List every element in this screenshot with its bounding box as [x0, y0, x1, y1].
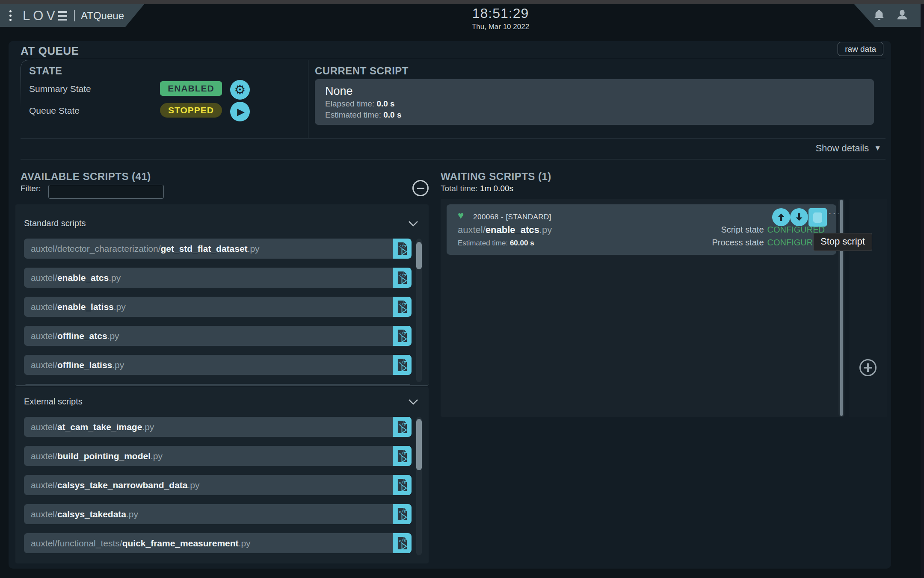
filter-input[interactable] — [48, 185, 164, 199]
script-row[interactable]: auxtel/build_pointing_model.py </> — [24, 446, 412, 466]
waiting-script-card[interactable]: ♥ 200068 - [STANDARD] ··· — [447, 204, 836, 255]
current-script-name: None — [325, 84, 864, 98]
chevron-down-icon[interactable] — [408, 399, 418, 407]
launch-script-button[interactable]: </> — [393, 504, 412, 524]
script-file-name: calsys_take_narrowband_data — [57, 480, 188, 490]
script-path: auxtel/enable_latiss.py — [24, 297, 393, 317]
script-path: auxtel/build_pointing_model.py — [24, 446, 393, 466]
script-path-prefix: auxtel/detector_characterization/ — [31, 244, 161, 254]
expand-column-button[interactable] — [859, 359, 877, 376]
script-row[interactable]: auxtel/offline_atcs.py </> — [24, 326, 412, 346]
launch-script-button[interactable]: </> — [393, 446, 412, 466]
love-logo: LOV — [23, 8, 58, 24]
launch-script-icon: </> — [397, 329, 408, 342]
script-row[interactable]: auxtel/at_cam_take_image.py </> — [24, 417, 412, 437]
chevron-down-icon: ▼ — [874, 144, 881, 153]
script-row[interactable]: auxtel/calsys_takedata.py </> — [24, 504, 412, 524]
stop-script-button[interactable] — [808, 208, 827, 227]
launch-script-button[interactable]: </> — [393, 533, 412, 553]
summary-state-label: Summary State — [29, 84, 91, 94]
collapse-available-button[interactable] — [412, 180, 429, 196]
logo-divider — [74, 10, 75, 21]
launch-script-button[interactable]: </> — [393, 355, 412, 375]
queue-state-label: Queue State — [29, 106, 80, 116]
script-path-prefix: auxtel/ — [31, 302, 57, 312]
launch-script-button[interactable]: </> — [393, 297, 412, 317]
script-file-name: quick_frame_measurement — [122, 538, 239, 549]
header-clock: 18:51:29 Thu, Mar 10 2022 — [462, 6, 539, 31]
total-time-line: Total time: 1m 0.00s — [441, 184, 513, 193]
chevron-down-icon[interactable] — [408, 221, 418, 229]
arrow-up-icon — [776, 212, 786, 222]
script-file-name: calsys_takedata — [57, 509, 126, 519]
stop-script-tooltip: Stop script — [813, 233, 872, 251]
script-path-prefix: auxtel/ — [31, 360, 57, 370]
script-state-label: Script state — [721, 225, 764, 234]
script-path-prefix: auxtel/ — [31, 509, 57, 519]
standard-scripts-label: Standard scripts — [24, 218, 86, 228]
move-script-down-button[interactable] — [790, 208, 808, 226]
script-type-badge: [STANDARD] — [506, 213, 551, 221]
move-script-up-button[interactable] — [772, 208, 790, 226]
waiting-list-scrollbar[interactable] — [838, 199, 844, 417]
page-title: AT QUEUE — [21, 44, 79, 58]
script-path: auxtel/offline_latiss.py — [24, 355, 393, 375]
script-path-prefix: auxtel/ — [31, 422, 57, 432]
script-extension: .py — [126, 509, 138, 519]
launch-script-button[interactable]: </> — [393, 239, 412, 259]
scrollbar-thumb[interactable] — [840, 200, 843, 416]
svg-text:</>: </> — [398, 422, 406, 427]
script-row[interactable]: auxtel/offline_latiss.py </> — [24, 355, 412, 375]
love-logo-e-icon — [58, 11, 67, 21]
script-extension: .py — [239, 538, 251, 549]
show-details-toggle[interactable]: Show details ▼ — [815, 143, 881, 154]
script-file-name: enable_atcs — [57, 273, 109, 283]
launch-script-button[interactable]: </> — [393, 268, 412, 288]
script-extension: .py — [109, 273, 121, 283]
script-file-name: offline_atcs — [57, 331, 107, 341]
launch-script-button[interactable]: </> — [393, 326, 412, 346]
script-row[interactable]: auxtel/enable_latiss.py </> — [24, 297, 412, 317]
launch-script-icon: </> — [397, 420, 408, 434]
script-path-prefix: auxtel/ — [31, 331, 57, 341]
launch-script-icon: </> — [397, 300, 408, 313]
script-extension: .py — [151, 451, 163, 461]
launch-script-button[interactable]: </> — [393, 417, 412, 437]
kebab-menu-icon[interactable] — [9, 10, 12, 21]
scrollbar-thumb[interactable] — [416, 242, 422, 269]
filter-label: Filter: — [21, 184, 41, 193]
waiting-scripts-panel: ♥ 200068 - [STANDARD] ··· — [441, 199, 844, 417]
scrollbar-thumb[interactable] — [416, 419, 422, 470]
waiting-script-path: auxtel/enable_atcs.py — [458, 224, 552, 236]
script-extension: .py — [107, 331, 119, 341]
current-script-card: None Elapsed time: 0.0 s Estimated time:… — [315, 79, 874, 125]
svg-text:</>: </> — [398, 451, 406, 456]
external-list-scrollbar[interactable] — [416, 417, 422, 555]
launch-script-button[interactable]: </> — [393, 475, 412, 495]
script-row[interactable]: auxtel/enable_atcs.py </> — [24, 268, 412, 288]
summary-state-gear-button[interactable]: ⚙ — [230, 80, 250, 100]
svg-text:</>: </> — [398, 302, 406, 307]
script-extension: .py — [539, 224, 552, 235]
user-icon[interactable] — [896, 9, 909, 23]
script-row[interactable]: auxtel/functional_tests/quick_frame_meas… — [24, 533, 412, 553]
svg-text:</>: </> — [398, 244, 406, 249]
external-scripts-section: External scripts auxtel/at_cam_take_imag… — [15, 387, 429, 563]
standard-list-scrollbar[interactable] — [416, 239, 422, 382]
script-row[interactable]: auxtel/calsys_take_narrowband_data.py </… — [24, 475, 412, 495]
external-scripts-list: auxtel/at_cam_take_image.py </> au — [24, 417, 412, 562]
script-state-line: Script stateCONFIGURED — [721, 225, 825, 235]
heartbeat-icon: ♥ — [458, 210, 464, 221]
script-path-prefix: auxtel/ — [458, 224, 486, 235]
launch-script-icon: </> — [397, 242, 408, 255]
header-right-trapezoid — [854, 4, 924, 27]
script-path: auxtel/calsys_takedata.py — [24, 504, 393, 524]
svg-text:</>: </> — [398, 331, 406, 336]
clipped-script-row — [24, 384, 412, 386]
raw-data-button[interactable]: raw data — [838, 42, 883, 56]
top-window-strip — [0, 0, 924, 4]
header-left-trapezoid: LOV ATQueue — [0, 4, 144, 27]
queue-play-button[interactable]: ▶ — [230, 102, 250, 121]
script-row[interactable]: auxtel/detector_characterization/get_std… — [24, 239, 412, 259]
notifications-bell-icon[interactable] — [873, 9, 886, 23]
